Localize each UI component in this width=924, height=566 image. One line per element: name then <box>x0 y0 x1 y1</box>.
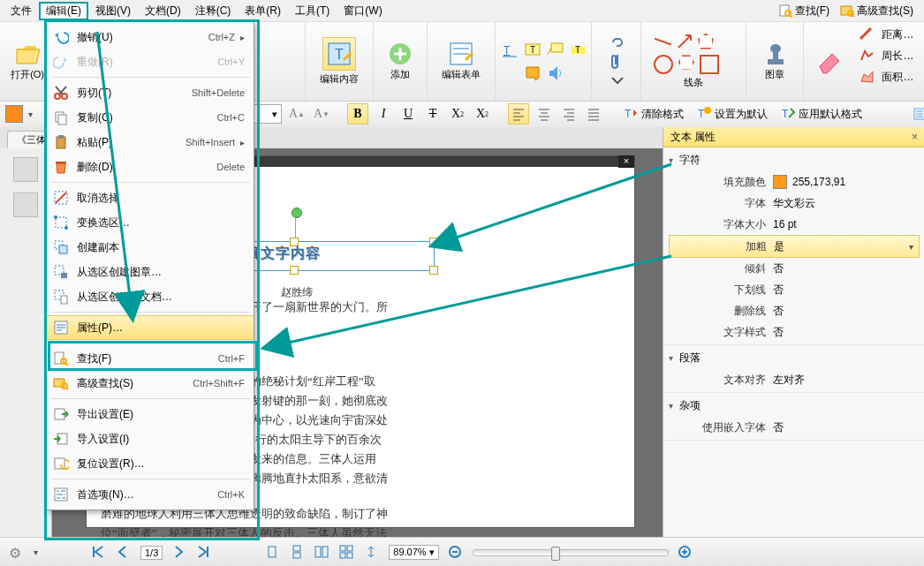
set-default-button[interactable]: T设置为默认 <box>696 106 768 122</box>
menu-file[interactable]: 文件 <box>4 2 39 20</box>
align-center-button[interactable] <box>534 104 554 124</box>
menu-cut[interactable]: 剪切(T) Shift+Delete <box>47 80 254 105</box>
prop-strike[interactable]: 删除线 否 <box>669 300 920 321</box>
measure-area[interactable]: 面积… <box>859 69 913 85</box>
prop-fill-color[interactable]: 填充颜色 255,173,91 <box>669 171 920 192</box>
prop-italic[interactable]: 倾斜 否 <box>669 258 920 279</box>
shrink-font-button[interactable]: A▼ <box>312 104 331 124</box>
zoom-slider-thumb[interactable] <box>551 547 560 561</box>
layout-single-icon[interactable] <box>265 545 281 561</box>
handle-se[interactable] <box>429 266 438 275</box>
prop-style[interactable]: 文字样式 否 <box>669 321 920 343</box>
options-toggle-button[interactable] <box>910 104 924 124</box>
handle-ne[interactable] <box>429 238 438 246</box>
shape-line[interactable] <box>654 37 671 47</box>
ribbon-stamp[interactable]: 图章 <box>746 21 804 101</box>
apply-default-button[interactable]: T应用默认格式 <box>780 106 862 122</box>
prop-embed-font[interactable]: 使用嵌入字体 否 <box>669 417 920 438</box>
properties-title-bar[interactable]: 文本 属性 × <box>663 127 924 147</box>
ribbon-add[interactable]: 添加 <box>374 21 428 101</box>
nav-next-icon[interactable] <box>171 545 187 561</box>
ribbon-edit-form[interactable]: 编辑表单 <box>428 21 496 101</box>
measure-perimeter[interactable]: 周长… <box>859 48 913 64</box>
textbox-icon[interactable]: T <box>524 42 540 57</box>
menu-deselect[interactable]: 取消选择 <box>47 185 254 210</box>
subscript-button[interactable]: X2 <box>448 104 467 124</box>
page-number[interactable]: 1/3 <box>140 546 163 560</box>
menu-edit[interactable]: 编辑(E) <box>39 2 88 20</box>
align-left-button[interactable] <box>508 103 529 125</box>
link-icon[interactable] <box>609 32 625 48</box>
note-icon[interactable] <box>524 64 540 80</box>
layout-continuous-icon[interactable] <box>290 545 306 561</box>
prop-bold[interactable]: 加粗 是▾ <box>669 235 920 258</box>
menu-window[interactable]: 窗口(W) <box>337 2 389 20</box>
grow-font-button[interactable]: A▲ <box>287 104 307 124</box>
callout-icon[interactable] <box>547 42 563 57</box>
shape-pentagon[interactable] <box>698 34 714 49</box>
measure-distance[interactable]: 距离… <box>859 26 913 42</box>
align-justify-button[interactable] <box>584 104 603 124</box>
menu-export-settings[interactable]: 导出设置(E) <box>47 402 254 426</box>
handle-s[interactable] <box>290 266 299 275</box>
menu-tools[interactable]: 工具(T) <box>288 2 337 20</box>
top-find-button[interactable]: 查找(F) <box>773 4 835 19</box>
menu-comment[interactable]: 注释(C) <box>188 2 239 20</box>
shape-arrow[interactable] <box>677 34 693 49</box>
menu-delete[interactable]: 删除(D) Delete <box>47 155 254 179</box>
attach-icon[interactable] <box>609 53 625 69</box>
menu-preferences[interactable]: 首选项(N)… Ctrl+K <box>47 482 254 507</box>
nav-prev-icon[interactable] <box>116 545 132 561</box>
strikethrough-button[interactable]: T <box>423 104 443 124</box>
section-header-char[interactable]: 字符 <box>669 149 920 171</box>
nav-first-icon[interactable] <box>91 545 107 561</box>
menu-copy[interactable]: 复制(C) Ctrl+C <box>47 105 254 130</box>
menu-stamp-from-selection[interactable]: 从选区创建图章… <box>47 260 254 284</box>
menu-transform[interactable]: 变换选区… <box>47 210 254 235</box>
prop-font-size[interactable]: 字体大小 16 pt <box>669 214 920 235</box>
zoom-slider[interactable] <box>473 549 669 556</box>
typewriter-icon[interactable]: T <box>501 42 517 57</box>
superscript-button[interactable]: X2 <box>473 104 492 124</box>
menu-undo[interactable]: 撤销(U) Ctrl+Z ▸ <box>47 25 254 49</box>
prop-font[interactable]: 字体 华文彩云 <box>669 192 920 214</box>
nav-last-icon[interactable] <box>196 545 212 561</box>
zoom-status[interactable]: 89.07% ▾ <box>389 545 438 560</box>
menu-form[interactable]: 表单(R) <box>238 2 288 20</box>
italic-button[interactable]: I <box>374 104 393 124</box>
properties-close-icon[interactable]: × <box>912 131 918 143</box>
shape-circle[interactable] <box>654 55 673 74</box>
menu-document[interactable]: 文档(D) <box>138 2 188 20</box>
menu-duplicate[interactable]: 创建副本 <box>47 235 254 260</box>
fit-height-status-icon[interactable] <box>364 545 380 561</box>
menu-find[interactable]: 查找(F) Ctrl+F <box>47 346 254 371</box>
bold-button[interactable]: B <box>347 103 368 125</box>
section-header-para[interactable]: 段落 <box>669 347 920 369</box>
sound-icon[interactable] <box>547 64 563 80</box>
menu-properties[interactable]: 属性(P)… <box>47 315 254 340</box>
align-right-button[interactable] <box>559 104 579 124</box>
menu-reset-settings[interactable]: 复位设置(R)… <box>47 451 254 476</box>
zoom-in-status-icon[interactable] <box>678 545 693 561</box>
sidebar-bookmarks-icon[interactable] <box>13 192 38 217</box>
clear-format-button[interactable]: T清除格式 <box>623 106 684 122</box>
text-color-swatch[interactable] <box>5 105 23 123</box>
top-advfind-button[interactable]: 高级查找(S) <box>835 4 919 19</box>
rotate-handle[interactable] <box>292 208 302 218</box>
shape-rect[interactable] <box>700 55 719 74</box>
options-icon[interactable]: ⚙ <box>9 545 25 561</box>
layout-facing-icon[interactable] <box>314 545 330 561</box>
ribbon-eraser[interactable] <box>804 21 853 101</box>
menu-import-settings[interactable]: 导入设置(I) <box>47 426 254 451</box>
dropdown-more-icon[interactable] <box>609 74 625 90</box>
menu-advanced-find[interactable]: 高级查找(S) Ctrl+Shift+F <box>47 371 254 396</box>
sidebar-thumbnails-icon[interactable] <box>13 157 38 182</box>
zoom-out-status-icon[interactable] <box>448 545 464 561</box>
shape-polygon[interactable] <box>678 55 694 71</box>
section-header-misc[interactable]: 杂项 <box>669 395 920 417</box>
prop-underline[interactable]: 下划线 否 <box>669 279 920 300</box>
prop-align[interactable]: 文本对齐 左对齐 <box>669 369 920 390</box>
menu-paste[interactable]: 粘贴(P) Shift+Insert ▸ <box>47 130 254 155</box>
highlight-icon[interactable]: T <box>570 42 586 57</box>
layout-facing-cont-icon[interactable] <box>339 545 355 561</box>
